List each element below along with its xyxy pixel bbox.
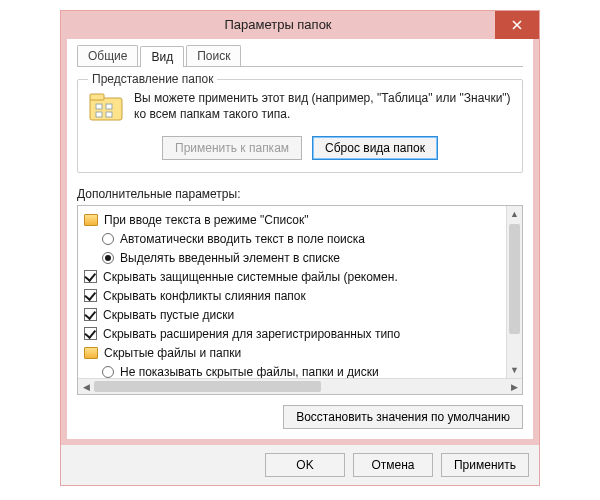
tab-view[interactable]: Вид xyxy=(140,46,184,67)
checkbox-icon xyxy=(84,270,97,283)
folder-views-group: Представление папок Вы можете применить … xyxy=(77,79,523,173)
advanced-label: Дополнительные параметры: xyxy=(77,187,523,201)
scroll-left-icon[interactable]: ◀ xyxy=(78,382,94,392)
svg-rect-1 xyxy=(90,94,104,100)
apply-button[interactable]: Применить xyxy=(441,453,529,477)
tree-chk-hide-empty[interactable]: Скрывать пустые диски xyxy=(84,305,520,324)
tree-radio-select-item[interactable]: Выделять введенный элемент в списке xyxy=(84,248,520,267)
apply-to-folders-button: Применить к папкам xyxy=(162,136,302,160)
tree-radio-search-box[interactable]: Автоматически вводить текст в поле поиск… xyxy=(84,229,520,248)
svg-rect-5 xyxy=(106,112,112,117)
tabstrip: Общие Вид Поиск xyxy=(77,43,523,67)
titlebar: Параметры папок xyxy=(61,11,539,39)
dialog-title: Параметры папок xyxy=(61,11,495,39)
tree-view[interactable]: При вводе текста в режиме "Список" Автом… xyxy=(78,206,522,378)
tree-item-label: Не показывать скрытые файлы, папки и дис… xyxy=(120,365,379,379)
tree-chk-hide-merge[interactable]: Скрывать конфликты слияния папок xyxy=(84,286,520,305)
close-button[interactable] xyxy=(495,11,539,39)
scroll-right-icon[interactable]: ▶ xyxy=(506,382,522,392)
vertical-scrollbar[interactable]: ▲ ▼ xyxy=(506,206,522,378)
tree-item-label: При вводе текста в режиме "Список" xyxy=(104,213,309,227)
scroll-up-icon[interactable]: ▲ xyxy=(507,206,522,222)
tree-item-label: Скрытые файлы и папки xyxy=(104,346,241,360)
folder-views-icon xyxy=(88,90,124,126)
folder-views-desc: Вы можете применить этот вид (например, … xyxy=(134,90,512,122)
reset-folder-views-button[interactable]: Сброс вида папок xyxy=(312,136,438,160)
radio-icon xyxy=(102,366,114,378)
horizontal-scrollbar[interactable]: ◀ ▶ xyxy=(78,378,522,394)
cancel-button[interactable]: Отмена xyxy=(353,453,433,477)
radio-icon xyxy=(102,233,114,245)
svg-rect-2 xyxy=(96,104,102,109)
tab-search[interactable]: Поиск xyxy=(186,45,241,66)
tree-item-label: Скрывать расширения для зарегистрированн… xyxy=(103,327,400,341)
tree-item-label: Скрывать конфликты слияния папок xyxy=(103,289,306,303)
svg-rect-3 xyxy=(106,104,112,109)
tree-chk-hide-protected[interactable]: Скрывать защищенные системные файлы (рек… xyxy=(84,267,520,286)
checkbox-icon xyxy=(84,289,97,302)
svg-rect-4 xyxy=(96,112,102,117)
close-icon xyxy=(512,20,522,30)
scroll-thumb[interactable] xyxy=(94,381,321,392)
tree-item-label: Выделять введенный элемент в списке xyxy=(120,251,340,265)
dialog-footer: OK Отмена Применить xyxy=(61,445,539,485)
tree-item-label: Скрывать защищенные системные файлы (рек… xyxy=(103,270,398,284)
advanced-settings-tree: При вводе текста в режиме "Список" Автом… xyxy=(77,205,523,395)
tree-radio-dont-show-hidden[interactable]: Не показывать скрытые файлы, папки и дис… xyxy=(84,362,520,378)
dialog-body: Общие Вид Поиск Представление папок Вы м… xyxy=(67,39,533,439)
tree-chk-hide-ext[interactable]: Скрывать расширения для зарегистрированн… xyxy=(84,324,520,343)
radio-icon xyxy=(102,252,114,264)
tab-general[interactable]: Общие xyxy=(77,45,138,66)
folder-icon xyxy=(84,214,98,226)
checkbox-icon xyxy=(84,308,97,321)
tree-group-hidden: Скрытые файлы и папки xyxy=(84,343,520,362)
checkbox-icon xyxy=(84,327,97,340)
folder-views-legend: Представление папок xyxy=(88,72,217,86)
ok-button[interactable]: OK xyxy=(265,453,345,477)
folder-icon xyxy=(84,347,98,359)
tree-group-list-mode: При вводе текста в режиме "Список" xyxy=(84,210,520,229)
tree-item-label: Автоматически вводить текст в поле поиск… xyxy=(120,232,365,246)
restore-defaults-button[interactable]: Восстановить значения по умолчанию xyxy=(283,405,523,429)
scroll-down-icon[interactable]: ▼ xyxy=(507,362,522,378)
tree-item-label: Скрывать пустые диски xyxy=(103,308,234,322)
folder-options-dialog: Параметры папок Общие Вид Поиск Представ… xyxy=(60,10,540,486)
scroll-thumb[interactable] xyxy=(509,224,520,334)
